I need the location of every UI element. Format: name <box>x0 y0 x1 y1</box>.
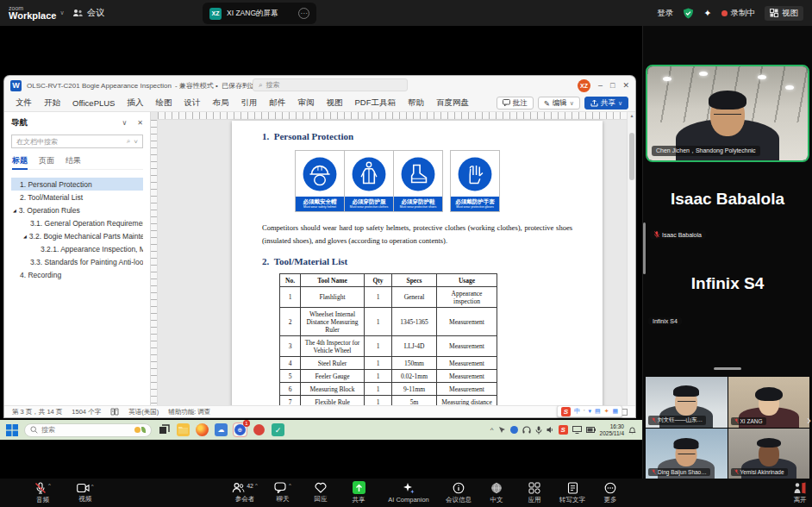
video-tile[interactable]: 刘文钰——山东… <box>646 377 728 428</box>
recording-indicator[interactable]: 录制中 <box>721 8 756 19</box>
ai-companion-button[interactable]: AI Companion <box>378 479 440 507</box>
headset-tray-icon[interactable] <box>522 426 531 434</box>
speaker-tray-icon[interactable] <box>547 426 554 434</box>
tab-meetings[interactable]: 会议 <box>72 7 104 19</box>
nav-search-box[interactable]: 在文档中搜索 ⌕ ˅ <box>11 135 143 148</box>
menu-home[interactable]: 开始 <box>38 97 66 109</box>
reactions-button[interactable]: 回应 <box>302 479 340 507</box>
menu-insert[interactable]: 插入 <box>121 97 149 109</box>
active-app-icon[interactable]: ⊕ 1 <box>234 423 247 436</box>
participants-button[interactable]: 42 ^ 参会者 <box>226 479 264 507</box>
view-button[interactable]: 视图 <box>765 6 803 21</box>
chevron-up-icon[interactable]: ^ <box>289 483 291 488</box>
start-button[interactable] <box>6 424 18 436</box>
nav-item-tool-material-list[interactable]: 2. Tool/Material List <box>11 191 143 203</box>
document-page[interactable]: 1. Personal Protection 必须戴安全帽Must wear s… <box>232 121 603 405</box>
scroll-up-icon[interactable]: ▲ <box>628 113 635 118</box>
app-tray-icon[interactable] <box>510 426 518 434</box>
edit-mode-button[interactable]: ✎ 编辑 ∨ <box>538 97 580 110</box>
vertical-ruler[interactable] <box>151 120 158 405</box>
menu-review[interactable]: 审阅 <box>291 97 320 109</box>
notification-bell-icon[interactable] <box>628 426 636 435</box>
menu-help[interactable]: 帮助 <box>402 97 430 109</box>
apps-button[interactable]: 应用 <box>515 479 553 507</box>
video-button[interactable]: ^ 视频 <box>77 479 94 507</box>
menu-layout[interactable]: 布局 <box>206 97 234 109</box>
video-tile[interactable]: Yemisi Akinrinade <box>728 429 810 479</box>
panel-scrollbar[interactable] <box>643 222 646 274</box>
nav-dropdown-icon[interactable]: ∨ <box>122 119 127 127</box>
nav-item-recording[interactable]: 4. Recording <box>11 268 143 281</box>
toolbox-icon[interactable]: ▦ <box>613 408 619 415</box>
chat-button[interactable]: ^ 聊天 <box>264 479 302 507</box>
comment-button[interactable]: 批注 <box>497 97 534 110</box>
nav-tab-headings[interactable]: 标题 <box>12 155 28 166</box>
app-blue-icon[interactable]: ☁ <box>215 423 228 436</box>
mic-tray-icon[interactable] <box>535 426 542 435</box>
nav-item-bogie-maintenance[interactable]: ◢3.2. Bogie Mechanical Parts Maintenance <box>11 229 143 242</box>
menu-mailings[interactable]: 邮件 <box>263 97 291 109</box>
menu-view[interactable]: 视图 <box>320 97 348 109</box>
hidden-icons-chevron[interactable]: ^ <box>490 426 494 434</box>
security-shield-icon[interactable] <box>683 8 694 19</box>
menu-officeplus[interactable]: OfficePLUS <box>66 98 121 108</box>
horizontal-ruler[interactable] <box>158 112 627 120</box>
next-participants-arrow[interactable]: › <box>807 412 811 427</box>
accessibility-status[interactable]: 辅助功能: 调查 <box>168 408 210 416</box>
language-indicator[interactable]: 英语(美国) <box>128 408 159 416</box>
chinese-mode-icon[interactable]: 中 <box>574 407 580 416</box>
audio-button[interactable]: ^ 音频 <box>34 479 51 507</box>
pointer-tray-icon[interactable] <box>498 426 506 434</box>
weather-widget-icon[interactable] <box>134 427 146 433</box>
word-search-box[interactable]: ⌕ 搜索 <box>253 78 408 91</box>
nav-item-appearance-inspection[interactable]: 3.2.1. Appearance Inspection, Measurem..… <box>11 242 143 255</box>
nav-item-operation-rules[interactable]: ◢3. Operation Rules <box>11 203 143 216</box>
minimize-button[interactable]: – <box>598 81 603 90</box>
punctuation-icon[interactable]: ’ <box>584 409 585 415</box>
hand-gesture-icon[interactable]: ✦ <box>604 408 609 415</box>
leave-meeting-button[interactable]: 离开 <box>793 479 807 507</box>
scrollbar-thumb[interactable] <box>629 133 634 180</box>
word-user-avatar[interactable]: XZ <box>578 79 590 92</box>
nav-item-painting-marks[interactable]: 3.3. Standards for Painting Anti-loose M… <box>11 255 143 268</box>
chevron-down-icon[interactable]: ∨ <box>59 9 64 16</box>
sign-in-button[interactable]: 登录 <box>657 8 673 19</box>
mic-input-icon[interactable]: ▾ <box>589 408 592 415</box>
nav-close-icon[interactable]: ✕ <box>137 119 143 127</box>
tab-more-icon[interactable]: ⋯ <box>298 8 309 19</box>
chevron-up-icon[interactable]: ^ <box>255 483 258 488</box>
menu-draw[interactable]: 绘图 <box>149 97 178 109</box>
share-screen-button[interactable]: 共享 <box>340 479 378 507</box>
word-count[interactable]: 1504 个字 <box>72 408 101 416</box>
sogou-logo-icon[interactable]: S <box>561 407 571 416</box>
maximize-button[interactable]: □ <box>610 81 615 90</box>
video-tile[interactable]: Ding Baijun Shao… <box>646 429 728 479</box>
taskbar-clock[interactable]: 16:30 2025/11/4 <box>600 423 624 437</box>
dropdown-icon[interactable]: ˅ <box>134 138 138 146</box>
panel-resize-handle[interactable] <box>714 367 741 370</box>
nav-tab-results[interactable]: 结果 <box>66 155 81 166</box>
app-red-icon[interactable] <box>253 424 265 435</box>
caret-expanded-icon[interactable]: ◢ <box>23 234 27 239</box>
menu-baidu-netdisk[interactable]: 百度网盘 <box>430 97 475 109</box>
spellcheck-icon[interactable] <box>110 408 119 416</box>
keyboard-icon[interactable]: ▤ <box>595 408 601 415</box>
menu-references[interactable]: 引用 <box>234 97 263 109</box>
document-scrollbar[interactable]: ▲ <box>627 112 635 405</box>
ai-sparkle-icon[interactable]: ✦ <box>703 8 711 19</box>
app-teal-icon[interactable]: ✓ <box>272 423 284 436</box>
chevron-up-icon[interactable]: ^ <box>48 483 51 488</box>
more-button[interactable]: 更多 <box>591 479 629 507</box>
transcript-button[interactable]: 转写文字 <box>553 479 591 507</box>
taskbar-search-box[interactable]: 搜索 <box>24 423 152 437</box>
video-tile[interactable]: XI ZANG <box>728 377 810 428</box>
meeting-info-button[interactable]: 会议信息 <box>440 479 478 507</box>
chevron-up-icon[interactable]: ^ <box>91 484 94 489</box>
firefox-icon[interactable] <box>196 423 209 436</box>
task-view-icon[interactable] <box>158 423 171 436</box>
nav-item-personal-protection[interactable]: 1. Personal Protection <box>11 178 143 191</box>
menu-file[interactable]: 文件 <box>9 97 38 109</box>
close-button[interactable]: ✕ <box>622 81 629 90</box>
menu-pdf-toolbox[interactable]: PDF工具箱 <box>348 97 402 109</box>
video-tile-active-speaker[interactable]: Chen Jichen，Shandong Polytechnic <box>646 65 809 162</box>
